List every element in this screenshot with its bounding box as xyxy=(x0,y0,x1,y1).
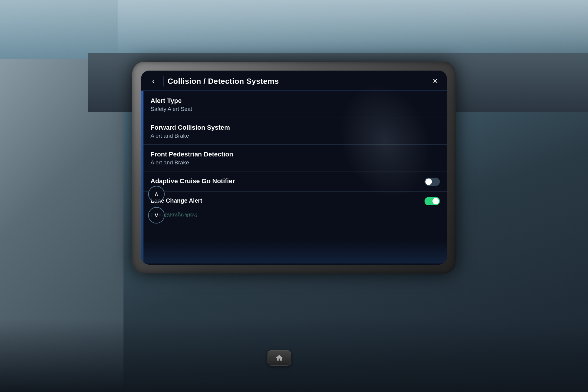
item-text-lane-change: Lane Change Alert xyxy=(151,197,425,205)
list-items-container: Alert Type Safety Alert Seat Forward Col… xyxy=(143,91,447,263)
item-text-forward-collision: Forward Collision System Alert and Brake xyxy=(151,124,440,139)
list-item-forward-collision[interactable]: Forward Collision System Alert and Brake xyxy=(143,118,447,145)
header-divider xyxy=(163,76,163,86)
chevron-down-icon: ∨ xyxy=(154,211,159,219)
item-title-lane-change: Lane Change Alert xyxy=(151,197,425,204)
nav-buttons: ∧ ∨ xyxy=(148,186,165,223)
screen-content: ‹ Collision / Detection Systems ✕ Alert … xyxy=(141,71,447,265)
item-title-forward-collision: Forward Collision System xyxy=(151,124,440,131)
list-item-front-pedestrian[interactable]: Front Pedestrian Detection Alert and Bra… xyxy=(143,145,447,171)
item-title-front-pedestrian: Front Pedestrian Detection xyxy=(151,151,440,158)
item-text-front-pedestrian: Front Pedestrian Detection Alert and Bra… xyxy=(151,151,440,166)
list-item-alert-type[interactable]: Alert Type Safety Alert Seat xyxy=(143,91,447,118)
toggle-lane-change[interactable] xyxy=(425,197,440,205)
item-text-alert-type: Alert Type Safety Alert Seat xyxy=(151,97,440,112)
background-dark-bottom xyxy=(0,318,588,392)
toggle-adaptive-cruise[interactable] xyxy=(425,178,440,186)
item-subtitle-front-pedestrian: Alert and Brake xyxy=(151,159,440,166)
screen-header: ‹ Collision / Detection Systems ✕ xyxy=(141,71,447,91)
screen-bezel: ‹ Collision / Detection Systems ✕ Alert … xyxy=(141,71,447,265)
chevron-up-icon: ∧ xyxy=(154,190,159,198)
list-item-adaptive-cruise[interactable]: Adaptive Cruise Go Notifier xyxy=(143,171,447,192)
infotainment-screen-outer: ‹ Collision / Detection Systems ✕ Alert … xyxy=(132,62,456,273)
back-button[interactable]: ‹ xyxy=(148,76,159,86)
item-title-alert-type: Alert Type xyxy=(151,97,440,105)
reflection-area: Lane Change Alert xyxy=(143,209,447,221)
page-title: Collision / Detection Systems xyxy=(168,77,426,86)
left-accent-bar xyxy=(141,91,143,263)
item-subtitle-alert-type: Safety Alert Seat xyxy=(151,106,440,112)
settings-list: Alert Type Safety Alert Seat Forward Col… xyxy=(141,91,447,263)
scroll-up-button[interactable]: ∧ xyxy=(148,186,165,202)
item-text-adaptive-cruise: Adaptive Cruise Go Notifier xyxy=(151,177,425,186)
item-subtitle-forward-collision: Alert and Brake xyxy=(151,133,440,139)
scroll-down-button[interactable]: ∨ xyxy=(148,207,165,223)
reflection-overlay xyxy=(143,240,447,263)
list-item-lane-change[interactable]: Lane Change Alert xyxy=(143,192,447,209)
close-button[interactable]: ✕ xyxy=(430,76,440,86)
home-button[interactable] xyxy=(268,350,291,366)
home-icon xyxy=(275,354,283,362)
item-title-adaptive-cruise: Adaptive Cruise Go Notifier xyxy=(151,177,425,185)
toggle-knob-adaptive-cruise xyxy=(425,179,432,185)
toggle-knob-lane-change xyxy=(432,198,439,204)
reflection-text: Lane Change Alert xyxy=(143,211,447,219)
